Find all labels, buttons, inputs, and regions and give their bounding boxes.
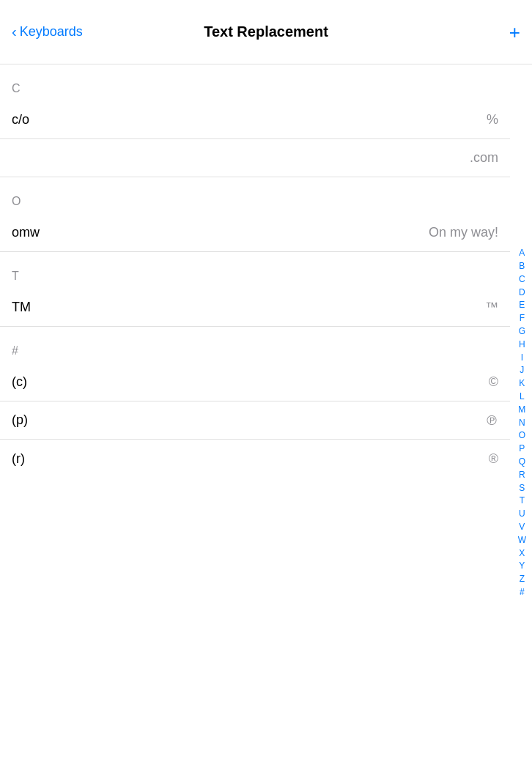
alpha-F[interactable]: F — [515, 312, 529, 325]
alpha-X[interactable]: X — [515, 547, 529, 560]
alpha-N[interactable]: N — [515, 417, 529, 429]
row-shortcut: ™ — [485, 300, 498, 315]
alpha-I[interactable]: I — [515, 352, 529, 364]
alphabet-index: A B C D E F G H I J K L M N O P Q R S T … — [512, 64, 532, 781]
alpha-hash[interactable]: # — [515, 586, 529, 599]
nav-bar: ‹ Keyboards Text Replacement + — [0, 0, 532, 64]
list-item[interactable]: (p) ℗ — [0, 401, 510, 440]
section-header-t: T — [0, 252, 510, 289]
back-chevron-icon: ‹ — [12, 23, 17, 40]
row-phrase: TM — [12, 300, 31, 315]
content-area: C c/o % .com O omw On my way! T TM ™ # (… — [0, 64, 532, 507]
alpha-V[interactable]: V — [515, 521, 529, 533]
row-phrase: omw — [12, 225, 40, 240]
alpha-Z[interactable]: Z — [515, 573, 529, 585]
alpha-A[interactable]: A — [515, 247, 529, 259]
section-header-o: O — [0, 177, 510, 214]
row-shortcut: On my way! — [429, 225, 498, 240]
alpha-L[interactable]: L — [515, 390, 529, 403]
alpha-G[interactable]: G — [515, 325, 529, 338]
row-shortcut: % — [487, 112, 498, 127]
list-item[interactable]: TM ™ — [0, 289, 510, 327]
alpha-C[interactable]: C — [515, 273, 529, 286]
alpha-W[interactable]: W — [515, 534, 529, 547]
alpha-H[interactable]: H — [515, 338, 529, 351]
alpha-M[interactable]: M — [515, 404, 529, 416]
row-phrase: (c) — [12, 374, 27, 390]
alpha-R[interactable]: R — [515, 469, 529, 481]
alpha-Y[interactable]: Y — [515, 560, 529, 572]
list-item[interactable]: .com — [0, 139, 510, 177]
row-phrase: c/o — [12, 112, 29, 127]
row-phrase: (p) — [12, 412, 28, 428]
section-header-hash: # — [0, 327, 510, 363]
back-label: Keyboards — [20, 24, 83, 40]
alpha-E[interactable]: E — [515, 299, 529, 311]
add-button[interactable]: + — [509, 23, 520, 42]
list-item[interactable]: c/o % — [0, 101, 510, 139]
alpha-J[interactable]: J — [515, 364, 529, 377]
row-shortcut: .com — [470, 150, 498, 166]
alpha-K[interactable]: K — [515, 377, 529, 390]
row-shortcut: ® — [489, 451, 498, 467]
section-header-c: C — [0, 64, 510, 101]
alpha-O[interactable]: O — [515, 429, 529, 442]
alpha-B[interactable]: B — [515, 260, 529, 273]
alpha-S[interactable]: S — [515, 482, 529, 495]
alpha-U[interactable]: U — [515, 508, 529, 520]
list-item[interactable]: omw On my way! — [0, 214, 510, 252]
alpha-D[interactable]: D — [515, 286, 529, 299]
row-phrase: (r) — [12, 451, 25, 467]
alpha-Q[interactable]: Q — [515, 456, 529, 468]
back-button[interactable]: ‹ Keyboards — [12, 23, 83, 40]
row-shortcut: ℗ — [485, 412, 498, 429]
alpha-T[interactable]: T — [515, 495, 529, 507]
alpha-P[interactable]: P — [515, 443, 529, 455]
list-item[interactable]: (r) ® — [0, 440, 510, 478]
row-shortcut: © — [489, 374, 498, 390]
list-item[interactable]: (c) © — [0, 363, 510, 401]
page-title: Text Replacement — [204, 23, 328, 40]
